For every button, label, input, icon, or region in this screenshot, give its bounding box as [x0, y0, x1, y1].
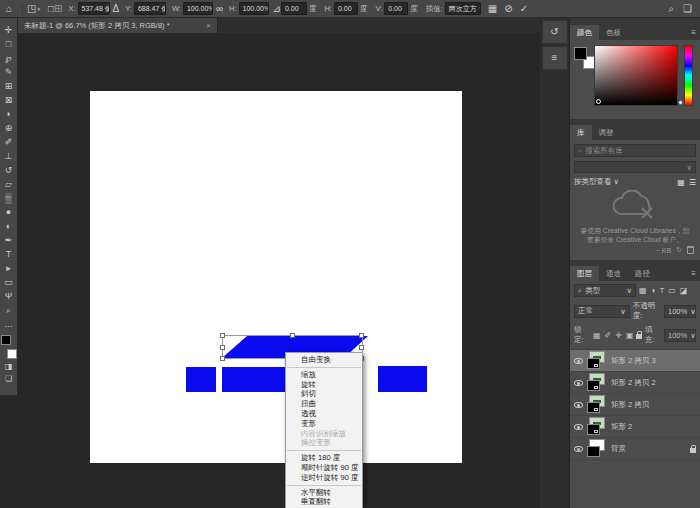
transform-handle[interactable]: [290, 333, 295, 338]
eyedropper-tool-icon[interactable]: ◗: [2, 107, 16, 121]
eraser-tool-icon[interactable]: ▱: [2, 177, 16, 191]
lock-all-icon[interactable]: [636, 334, 642, 339]
quick-mask-icon[interactable]: ◨: [5, 362, 13, 371]
y-input[interactable]: 688.47 像素: [134, 2, 166, 15]
tab-paths[interactable]: 路径: [628, 266, 657, 281]
pen-tool-icon[interactable]: ✒: [2, 233, 16, 247]
relative-position-icon[interactable]: Δ: [113, 0, 120, 18]
document-canvas[interactable]: [90, 91, 462, 463]
healing-tool-icon[interactable]: ⊕: [2, 121, 16, 135]
hue-slider-marker[interactable]: [678, 100, 683, 105]
fill-input[interactable]: 100% ∨: [664, 329, 696, 342]
more-tool-icon[interactable]: …: [2, 317, 16, 331]
panel-menu-icon[interactable]: ≡: [691, 25, 700, 40]
dodge-tool-icon[interactable]: ◐: [2, 219, 16, 233]
type-filter-icon[interactable]: T: [659, 286, 664, 295]
lock-transparency-icon[interactable]: ▦: [593, 331, 601, 340]
properties-panel-icon[interactable]: ≡: [542, 46, 568, 70]
tab-channels[interactable]: 通道: [599, 266, 628, 281]
menu-item[interactable]: 垂直翻转: [286, 497, 362, 507]
menu-item[interactable]: 透视: [286, 409, 362, 419]
shape-layer-thumbnail[interactable]: [587, 373, 607, 392]
skew-h-input[interactable]: 0.00: [334, 2, 358, 15]
reference-grid-icon[interactable]: ⊞: [54, 0, 62, 18]
sync-status-icon[interactable]: ↻: [676, 246, 682, 254]
library-search-input[interactable]: ⌕ 搜索所有库: [574, 144, 696, 157]
tab-libraries[interactable]: 库: [570, 125, 592, 140]
lock-artboard-icon[interactable]: ▣: [626, 331, 634, 340]
menu-item[interactable]: 水平翻转: [286, 488, 362, 498]
menu-item[interactable]: 旋转 180 度: [286, 453, 362, 463]
layer-visibility-eye-icon[interactable]: [574, 402, 583, 408]
panel-menu-icon[interactable]: ≡: [691, 266, 700, 281]
tab-color[interactable]: 颜色: [570, 25, 599, 40]
menu-item[interactable]: 扭曲: [286, 399, 362, 409]
height-input[interactable]: 100.00%: [239, 2, 269, 15]
lock-move-icon[interactable]: ✛: [615, 331, 622, 340]
type-tool-icon[interactable]: T: [2, 247, 16, 261]
layer-visibility-eye-icon[interactable]: [574, 446, 583, 452]
layer-row[interactable]: 矩形 2 拷贝 3: [570, 350, 700, 372]
tab-adjustments[interactable]: 调整: [592, 125, 621, 140]
search-icon[interactable]: ⌕: [668, 0, 674, 18]
color-cursor[interactable]: [596, 99, 601, 104]
frame-tool-icon[interactable]: ⊠: [2, 93, 16, 107]
zoom-tool-icon[interactable]: ⌕: [2, 303, 16, 317]
layer-row[interactable]: 背景: [570, 438, 700, 460]
hue-slider[interactable]: [684, 45, 693, 106]
quick-select-tool-icon[interactable]: ✎: [2, 65, 16, 79]
skew-v-input[interactable]: 0.00: [384, 2, 408, 15]
saturation-brightness-field[interactable]: [594, 45, 678, 106]
layer-visibility-eye-icon[interactable]: [574, 380, 583, 386]
tab-swatches[interactable]: 色板: [599, 25, 628, 40]
x-input[interactable]: 537.48 像素: [78, 2, 110, 15]
transform-handle[interactable]: [220, 345, 225, 350]
panel-color-swatches[interactable]: [574, 47, 596, 69]
layer-row[interactable]: 矩形 2 拷贝: [570, 394, 700, 416]
foreground-color-swatch[interactable]: [574, 47, 587, 60]
layer-visibility-eye-icon[interactable]: [574, 358, 583, 364]
width-input[interactable]: 100.00%: [183, 2, 213, 15]
shape-tool-icon[interactable]: ▭: [2, 275, 16, 289]
background-color-swatch[interactable]: [7, 349, 17, 359]
transform-handle[interactable]: [220, 333, 225, 338]
commit-transform-icon[interactable]: ✓: [520, 0, 528, 18]
blend-mode-select[interactable]: 正常 ∨: [574, 305, 630, 318]
transform-handle[interactable]: [359, 345, 364, 350]
menu-item[interactable]: 缩放: [286, 370, 362, 380]
interpolation-select[interactable]: 两次立方 ∨: [445, 2, 481, 15]
history-brush-tool-icon[interactable]: ↺: [2, 163, 16, 177]
color-swatches[interactable]: [1, 335, 17, 359]
layer-row[interactable]: 矩形 2 拷贝 2: [570, 372, 700, 394]
hand-tool-icon[interactable]: Ψ: [2, 289, 16, 303]
view-by-type-dropdown[interactable]: 按类型查看 ∨: [574, 177, 619, 187]
transform-tool-icon[interactable]: ◳: [27, 0, 36, 18]
opacity-input[interactable]: 100% ∨: [664, 305, 696, 318]
blue-rectangle-left[interactable]: [186, 367, 216, 392]
tab-layers[interactable]: 图层: [570, 266, 599, 281]
brush-tool-icon[interactable]: ✐: [2, 135, 16, 149]
shape-layer-thumbnail[interactable]: [587, 417, 607, 436]
move-tool-icon[interactable]: ✛: [2, 23, 16, 37]
transform-handle[interactable]: [359, 333, 364, 338]
document-tab[interactable]: 未标题-1 @ 66.7% (矩形 2 拷贝 3, RGB/8) * ×: [18, 18, 218, 33]
link-dimensions-icon[interactable]: ∞: [216, 0, 223, 18]
menu-item[interactable]: 斜切: [286, 389, 362, 399]
adjustment-filter-icon[interactable]: ◑: [651, 286, 656, 295]
list-view-icon[interactable]: ☰: [689, 178, 696, 187]
crop-tool-icon[interactable]: ⊞: [2, 79, 16, 93]
delete-icon[interactable]: [687, 246, 694, 254]
layer-name[interactable]: 矩形 2 拷贝 2: [611, 378, 656, 388]
close-tab-icon[interactable]: ×: [206, 21, 211, 30]
transform-handle[interactable]: [220, 356, 225, 361]
lasso-tool-icon[interactable]: ℘: [2, 51, 16, 65]
shape-filter-icon[interactable]: ▭: [668, 286, 676, 295]
marquee-tool-icon[interactable]: □: [2, 37, 16, 51]
pixel-filter-icon[interactable]: ▦: [639, 286, 647, 295]
history-panel-icon[interactable]: ↺: [542, 20, 568, 44]
layer-name[interactable]: 矩形 2 拷贝: [611, 400, 649, 410]
path-select-tool-icon[interactable]: ▸: [2, 261, 16, 275]
shape-layer-thumbnail[interactable]: [587, 395, 607, 414]
smart-object-filter-icon[interactable]: ◪: [680, 286, 688, 295]
layer-name[interactable]: 矩形 2 拷贝 3: [611, 356, 656, 366]
